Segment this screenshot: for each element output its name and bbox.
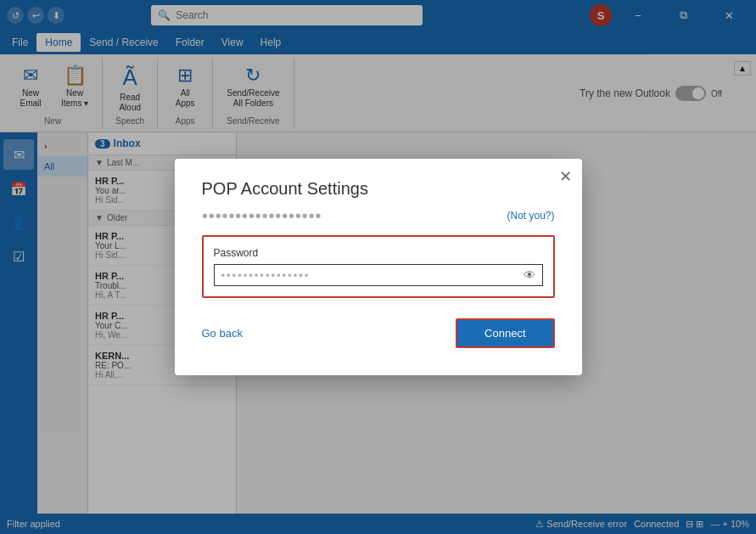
dialog-account-row: ●●●●●●●●●●●●●●●●●● (Not you?): [202, 209, 555, 222]
dialog-close-button[interactable]: ✕: [559, 169, 572, 184]
show-password-icon[interactable]: 👁: [524, 268, 535, 282]
not-you-link[interactable]: (Not you?): [507, 210, 554, 222]
account-email: ●●●●●●●●●●●●●●●●●●: [202, 209, 322, 222]
connect-button[interactable]: Connect: [456, 318, 554, 348]
go-back-link[interactable]: Go back: [202, 327, 243, 340]
dialog-overlay: ✕ POP Account Settings ●●●●●●●●●●●●●●●●●…: [0, 0, 756, 534]
dialog-footer: Go back Connect: [202, 318, 555, 348]
password-section: Password 👁: [202, 235, 555, 298]
password-label: Password: [214, 247, 543, 259]
dialog-title: POP Account Settings: [202, 179, 555, 199]
password-input[interactable]: [221, 269, 524, 282]
pop-account-dialog: ✕ POP Account Settings ●●●●●●●●●●●●●●●●●…: [175, 159, 582, 375]
password-input-wrap: 👁: [214, 264, 543, 286]
